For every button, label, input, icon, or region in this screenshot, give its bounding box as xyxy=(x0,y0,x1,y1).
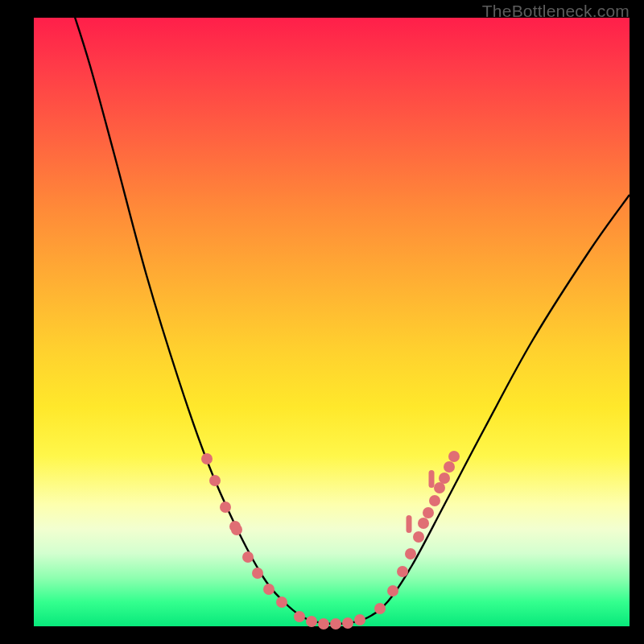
data-marker xyxy=(444,461,455,473)
data-marker xyxy=(294,611,305,622)
plot-area xyxy=(34,18,630,626)
data-marker xyxy=(439,473,450,484)
data-marker xyxy=(413,531,424,543)
data-marker xyxy=(418,518,429,529)
data-marker xyxy=(448,451,460,462)
data-marker xyxy=(434,482,445,493)
data-marker xyxy=(429,470,435,488)
data-marker xyxy=(201,453,213,464)
data-marker xyxy=(342,617,353,629)
chart-frame: TheBottleneck.com xyxy=(0,0,644,644)
data-marker xyxy=(387,585,398,597)
data-marker xyxy=(276,597,287,608)
data-marker xyxy=(423,507,434,518)
data-marker xyxy=(242,551,254,563)
data-marker xyxy=(397,566,408,577)
data-marker xyxy=(306,616,317,627)
data-marker xyxy=(209,475,221,486)
data-marker xyxy=(374,603,386,614)
data-marker xyxy=(231,524,242,535)
data-marker xyxy=(354,614,365,625)
data-marker xyxy=(252,568,263,579)
data-marker xyxy=(407,515,412,533)
data-marker xyxy=(429,495,440,506)
data-marker xyxy=(330,618,341,630)
data-marker xyxy=(263,584,275,595)
data-marker xyxy=(405,548,416,559)
data-marker xyxy=(220,502,231,513)
data-marker xyxy=(318,618,329,630)
bottleneck-curve xyxy=(34,18,630,626)
